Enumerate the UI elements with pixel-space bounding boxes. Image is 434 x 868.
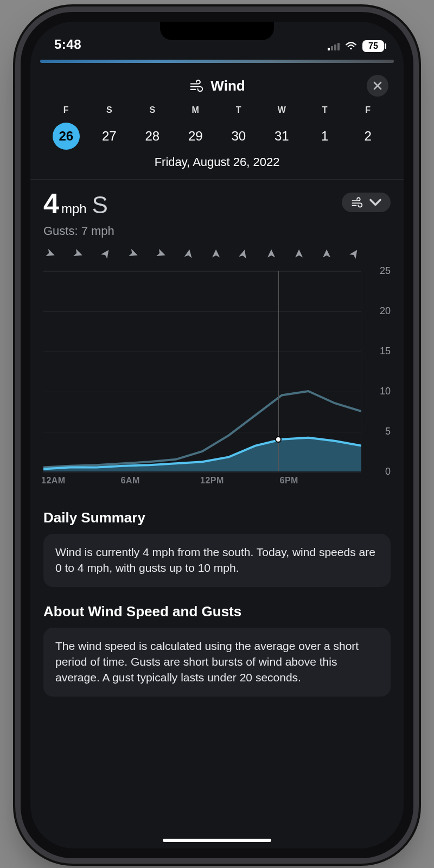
x-tick: 12PM	[200, 476, 224, 486]
y-tick: 15	[380, 346, 391, 357]
day-30[interactable]: T 30	[217, 105, 260, 150]
wind-speed-value: 4	[43, 188, 59, 219]
day-number: 26	[53, 123, 80, 150]
day-number: 28	[139, 123, 166, 150]
divider	[30, 179, 404, 180]
wind-arrow-icon: ➤	[97, 246, 114, 262]
wind-arrow-icon: ➤	[181, 248, 196, 260]
wind-arrow-icon: ➤	[43, 246, 58, 263]
day-letter: W	[260, 105, 304, 117]
wind-arrow-icon: ➤	[264, 249, 278, 259]
y-tick: 10	[380, 386, 391, 397]
wind-arrow-icon: ➤	[346, 246, 363, 262]
wifi-icon	[345, 42, 357, 50]
wind-arrow-icon: ➤	[71, 246, 85, 263]
y-tick: 20	[380, 305, 391, 317]
wind-speed-unit: mph	[61, 201, 87, 216]
about-card: The wind speed is calculated using the a…	[43, 628, 391, 697]
svg-point-0	[350, 48, 352, 50]
day-letter: S	[131, 105, 174, 117]
wind-direction-arrows: ➤➤➤➤➤➤➤➤➤➤➤➤	[43, 244, 391, 264]
y-tick: 0	[385, 466, 391, 477]
day-letter: T	[217, 105, 260, 117]
metric-picker-button[interactable]	[342, 193, 391, 212]
day-number: 1	[311, 123, 339, 150]
status-time: 5:48	[54, 37, 81, 52]
day-number: 31	[268, 123, 295, 150]
x-tick: 6PM	[280, 476, 298, 486]
gusts-label: Gusts: 7 mph	[43, 224, 114, 238]
y-axis: 0510152025	[363, 271, 391, 471]
x-tick: 12AM	[41, 476, 66, 486]
day-number: 27	[95, 123, 123, 150]
day-2[interactable]: F 2	[347, 105, 390, 150]
wind-chart[interactable]: ➤➤➤➤➤➤➤➤➤➤➤➤ 0510152025 12AM6AM12PM6PM	[43, 244, 391, 493]
x-tick: 6AM	[121, 476, 140, 486]
day-letter: S	[88, 105, 131, 117]
day-letter: M	[174, 105, 218, 117]
sheet-handle[interactable]	[40, 60, 394, 63]
day-29[interactable]: M 29	[174, 105, 218, 150]
y-tick: 5	[385, 426, 391, 437]
day-selector: F 26S 27S 28M 29T 30W 31T 1F 2	[43, 105, 391, 150]
wind-readout: 4mphS Gusts: 7 mph	[43, 189, 114, 238]
battery-indicator: 75	[362, 40, 384, 52]
wind-icon	[189, 79, 204, 92]
day-26[interactable]: F 26	[44, 105, 88, 150]
wind-arrow-icon: ➤	[154, 246, 168, 263]
day-letter: F	[44, 105, 88, 117]
day-letter: F	[347, 105, 390, 117]
close-button[interactable]	[367, 75, 388, 97]
day-31[interactable]: W 31	[260, 105, 304, 150]
day-28[interactable]: S 28	[131, 105, 174, 150]
wind-icon	[350, 197, 363, 208]
about-title: About Wind Speed and Gusts	[43, 603, 391, 620]
daily-summary-title: Daily Summary	[43, 509, 391, 526]
day-letter: T	[303, 105, 347, 117]
x-axis: 12AM6AM12PM6PM	[43, 476, 361, 493]
header-title: Wind	[210, 78, 245, 94]
chevron-down-icon	[369, 197, 382, 208]
wind-arrow-icon: ➤	[292, 249, 306, 259]
wind-arrow-icon: ➤	[209, 249, 223, 259]
day-27[interactable]: S 27	[88, 105, 131, 150]
day-1[interactable]: T 1	[303, 105, 347, 150]
wind-arrow-icon: ➤	[126, 246, 141, 263]
wind-arrow-icon: ➤	[320, 249, 334, 259]
day-number: 2	[354, 123, 381, 150]
selected-date: Friday, August 26, 2022	[43, 155, 391, 169]
day-number: 29	[182, 123, 209, 150]
close-icon	[373, 81, 382, 91]
wind-direction: S	[92, 192, 108, 218]
home-indicator[interactable]	[163, 839, 271, 842]
y-tick: 25	[380, 265, 391, 277]
wind-arrow-icon: ➤	[235, 247, 252, 260]
day-number: 30	[225, 123, 252, 150]
now-indicator-line	[278, 271, 279, 471]
cellular-signal-icon	[328, 42, 340, 50]
daily-summary-card: Wind is currently 4 mph from the south. …	[43, 534, 391, 587]
